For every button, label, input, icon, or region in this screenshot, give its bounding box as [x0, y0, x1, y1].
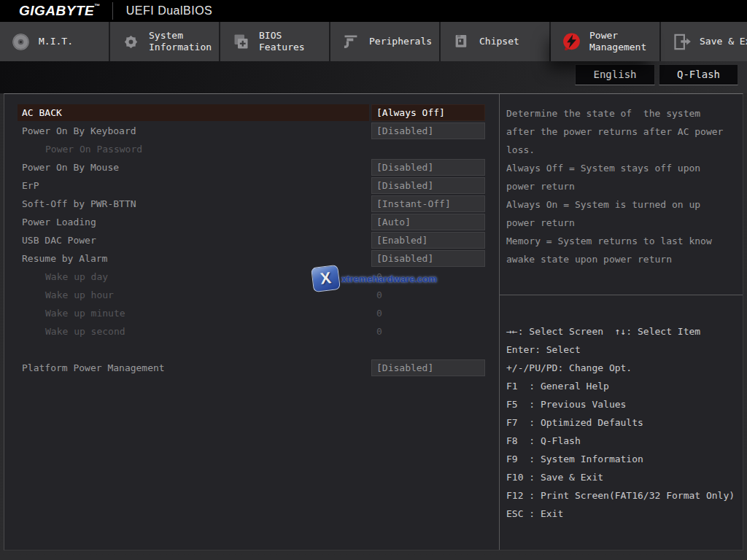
tab-label: Power Management — [589, 30, 659, 53]
shortcut-line: ESC : Exit — [506, 505, 740, 523]
titlebar-divider — [112, 2, 113, 20]
bios-chip-plus-icon — [230, 31, 252, 52]
setting-row-wake-up-day[interactable]: Wake up day0 — [4, 268, 499, 287]
power-bolt-icon — [560, 31, 582, 52]
help-line: Determine the state of the system — [506, 104, 740, 122]
setting-label: AC BACK — [18, 104, 369, 121]
setting-value[interactable]: [Disabled] — [371, 122, 485, 139]
settings-spacer-row — [4, 341, 499, 359]
setting-row-erp[interactable]: ErP[Disabled] — [4, 177, 499, 195]
setting-row-power-on-by-keyboard[interactable]: Power On By Keyboard[Disabled] — [4, 122, 499, 141]
setting-row-power-on-by-mouse[interactable]: Power On By Mouse[Disabled] — [4, 159, 499, 177]
setting-label: Power On By Mouse — [18, 159, 369, 176]
item-help-text: Determine the state of the systemafter t… — [506, 104, 740, 268]
setting-label: Power On Password — [18, 141, 369, 158]
setting-label: ErP — [18, 177, 369, 194]
setting-value: 0 — [371, 323, 485, 340]
tab-label: Save & Exit — [700, 36, 747, 47]
shortcut-line: F8 : Q-Flash — [506, 432, 740, 450]
setting-value[interactable]: [Enabled] — [371, 232, 485, 249]
tab-system-information[interactable]: System Information — [110, 22, 219, 61]
language-button[interactable]: English — [575, 64, 655, 85]
setting-value: 0 — [371, 268, 485, 285]
setting-label: Wake up hour — [18, 287, 369, 303]
help-line: awake state upon power return — [506, 250, 740, 268]
help-divider — [500, 295, 743, 295]
setting-row-soft-off-by-pwr-bttn[interactable]: Soft-Off by PWR-BTTN[Instant-Off] — [4, 195, 499, 214]
setting-value[interactable]: [Disabled] — [371, 359, 485, 376]
setting-label: Wake up day — [18, 268, 369, 285]
tab-label: System Information — [149, 30, 219, 53]
setting-label: Wake up second — [18, 323, 369, 340]
setting-label: Soft-Off by PWR-BTTN — [18, 195, 369, 212]
shortcut-line: F10 : Save & Exit — [506, 468, 740, 486]
setting-row-wake-up-minute[interactable]: Wake up minute0 — [4, 305, 499, 323]
setting-label: Power On By Keyboard — [18, 122, 369, 139]
settings-list: AC BACK[Always Off]Power On By Keyboard[… — [4, 104, 499, 378]
tab-power-management[interactable]: Power Management — [551, 22, 659, 61]
setting-value: 0 — [371, 305, 485, 322]
tab-save-exit[interactable]: Save & Exit — [661, 22, 747, 61]
keyboard-shortcuts: →←: Select Screen ↑↓: Select ItemEnter: … — [506, 322, 740, 523]
bios-title: UEFI DualBIOS — [126, 4, 213, 18]
peripherals-plug-icon — [340, 31, 362, 52]
shortcut-line: +/-/PU/PD: Change Opt. — [506, 359, 740, 377]
help-line: Always On = System is turned on up — [506, 195, 740, 214]
setting-value[interactable]: [Disabled] — [371, 159, 485, 176]
mit-dial-icon — [9, 31, 31, 52]
setting-row-wake-up-second[interactable]: Wake up second0 — [4, 323, 499, 341]
shortcut-line: F7 : Optimized Defaults — [506, 413, 740, 432]
help-line: power return — [506, 177, 740, 195]
tab-peripherals[interactable]: Peripherals — [330, 22, 439, 61]
setting-row-resume-by-alarm[interactable]: Resume by Alarm[Disabled] — [4, 250, 499, 268]
gigabyte-logo: GIGABYTE™ — [19, 3, 101, 19]
gear-icon — [120, 31, 142, 52]
help-line: power return — [506, 214, 740, 232]
setting-value[interactable]: [Instant-Off] — [371, 195, 485, 212]
setting-label: Resume by Alarm — [18, 250, 369, 267]
setting-value: 0 — [371, 287, 485, 303]
tab-bios-features[interactable]: BIOS Features — [220, 22, 329, 61]
setting-row-power-on-password[interactable]: Power On Password — [4, 141, 499, 159]
setting-value[interactable]: [Auto] — [371, 214, 485, 230]
setting-value[interactable]: [Disabled] — [371, 177, 485, 194]
title-bar: GIGABYTE™ UEFI DualBIOS — [0, 0, 747, 22]
setting-row-wake-up-hour[interactable]: Wake up hour0 — [4, 287, 499, 305]
help-line: loss. — [506, 141, 740, 159]
main-menu-tabbar: M.I.T.System InformationBIOS FeaturesPer… — [0, 22, 747, 61]
shortcut-line: →←: Select Screen ↑↓: Select Item — [506, 322, 740, 341]
tab-label: Chipset — [479, 36, 549, 47]
help-line: after the power returns after AC power — [506, 122, 740, 141]
shortcut-line: F12 : Print Screen(FAT16/32 Format Only) — [506, 486, 740, 505]
settings-panel: AC BACK[Always Off]Power On By Keyboard[… — [4, 93, 743, 551]
setting-value[interactable]: [Always Off] — [371, 104, 485, 121]
help-line: Always Off = System stays off upon — [506, 159, 740, 177]
tab-label: BIOS Features — [259, 30, 329, 53]
shortcut-line: F9 : System Information — [506, 450, 740, 468]
qflash-button[interactable]: Q-Flash — [659, 64, 738, 85]
shortcut-line: Enter: Select — [506, 341, 740, 359]
tab-label: M.I.T. — [39, 36, 109, 47]
tab-chipset[interactable]: Chipset — [441, 22, 549, 61]
quick-button-bar: English Q-Flash — [0, 64, 747, 86]
setting-label: Platform Power Management — [18, 359, 369, 376]
setting-value[interactable]: [Disabled] — [371, 250, 485, 267]
setting-row-ac-back[interactable]: AC BACK[Always Off] — [4, 104, 499, 122]
setting-label: USB DAC Power — [18, 232, 369, 249]
tab-m-i-t[interactable]: M.I.T. — [0, 22, 109, 61]
save-exit-icon — [670, 31, 692, 52]
setting-row-usb-dac-power[interactable]: USB DAC Power[Enabled] — [4, 232, 499, 250]
setting-label: Wake up minute — [18, 305, 369, 322]
trademark-symbol: ™ — [94, 3, 101, 9]
chipset-icon — [450, 31, 472, 52]
shortcut-line: F5 : Previous Values — [506, 395, 740, 413]
tab-label: Peripherals — [369, 36, 439, 47]
setting-row-power-loading[interactable]: Power Loading[Auto] — [4, 214, 499, 232]
setting-label: Power Loading — [18, 214, 369, 230]
setting-row-platform-power-management[interactable]: Platform Power Management[Disabled] — [4, 359, 499, 378]
help-panel: Determine the state of the systemafter t… — [499, 94, 743, 550]
help-line: Memory = System returns to last know — [506, 232, 740, 250]
shortcut-line: F1 : General Help — [506, 377, 740, 395]
